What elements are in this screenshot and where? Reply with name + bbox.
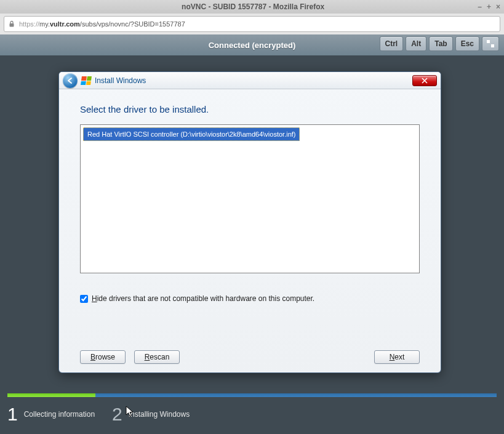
dialog-header: Install Windows: [59, 72, 441, 89]
hide-incompatible-checkbox[interactable]: [80, 295, 88, 303]
browse-button[interactable]: Browse: [80, 350, 126, 364]
install-progress-fill: [7, 393, 95, 397]
mouse-cursor-icon: [126, 406, 135, 420]
esc-key-button[interactable]: Esc: [455, 36, 479, 51]
svg-rect-2: [491, 44, 494, 47]
close-button[interactable]: [412, 75, 437, 86]
step-collecting-information: 1 Collecting information: [7, 404, 95, 425]
url-text: https://my.vultr.com/subs/vps/novnc/?SUB…: [19, 20, 185, 28]
step-number: 1: [7, 404, 18, 425]
address-bar[interactable]: https://my.vultr.com/subs/vps/novnc/?SUB…: [4, 16, 500, 32]
hide-incompatible-checkbox-row[interactable]: Hide drivers that are not compatible wit…: [80, 294, 420, 303]
tab-key-button[interactable]: Tab: [429, 36, 452, 51]
host-window: noVNC - SUBID 1557787 - Mozilla Firefox …: [0, 0, 504, 434]
step-installing-windows: 2 Installing Windows: [112, 404, 190, 425]
vnc-status: Connected (encrypted): [209, 41, 296, 50]
dialog-heading: Select the driver to be installed.: [80, 104, 420, 115]
svg-rect-0: [10, 23, 14, 27]
driver-list[interactable]: Red Hat VirtIO SCSI controller (D:\virti…: [80, 124, 420, 273]
vnc-toolbar: Connected (encrypted) Ctrl Alt Tab Esc: [0, 34, 504, 55]
install-windows-dialog: Install Windows Select the driver to be …: [58, 71, 441, 373]
dialog-button-row: Browse Rescan Next: [80, 338, 420, 364]
hide-incompatible-label: Hide drivers that are not compatible wit…: [92, 294, 314, 303]
host-close-button[interactable]: ×: [496, 2, 500, 11]
install-steps: 1 Collecting information 2 Installing Wi…: [7, 398, 497, 430]
back-button[interactable]: [63, 73, 78, 88]
install-progress-bar: [7, 393, 497, 397]
svg-rect-1: [487, 40, 490, 43]
windows-logo-icon: [81, 76, 92, 85]
host-window-title: noVNC - SUBID 1557787 - Mozilla Firefox: [28, 2, 478, 11]
dialog-body: Select the driver to be installed. Red H…: [59, 89, 441, 372]
host-maximize-button[interactable]: +: [487, 2, 491, 11]
host-titlebar: noVNC - SUBID 1557787 - Mozilla Firefox …: [0, 0, 504, 14]
step-number: 2: [112, 404, 122, 425]
remote-screen: Install Windows Select the driver to be …: [0, 55, 504, 434]
step-label: Collecting information: [24, 410, 95, 419]
lock-icon: [8, 20, 15, 28]
alt-key-button[interactable]: Alt: [406, 36, 426, 51]
settings-icon-button[interactable]: [482, 36, 499, 51]
driver-list-item[interactable]: Red Hat VirtIO SCSI controller (D:\virti…: [83, 127, 300, 141]
rescan-button[interactable]: Rescan: [134, 350, 180, 364]
dialog-title: Install Windows: [95, 76, 146, 85]
next-button[interactable]: Next: [374, 350, 420, 364]
host-minimize-button[interactable]: –: [478, 2, 482, 11]
step-label: Installing Windows: [129, 410, 190, 419]
ctrl-key-button[interactable]: Ctrl: [380, 36, 404, 51]
